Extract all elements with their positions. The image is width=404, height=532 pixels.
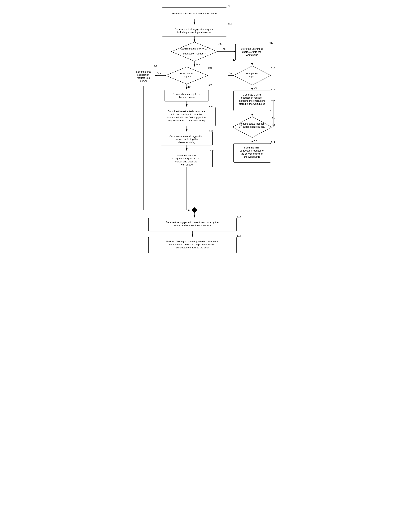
node-505-step: 505 xyxy=(154,64,157,67)
label-yes-504: Yes xyxy=(157,72,161,75)
node-503 xyxy=(171,42,217,61)
node-513-step: 513 xyxy=(272,116,275,119)
node-501-step: 501 xyxy=(228,5,232,8)
node-506-step-label: 506 xyxy=(209,84,212,87)
node-514-step: 514 xyxy=(271,141,275,144)
node-502-step: 502 xyxy=(228,22,232,25)
label-no-511: No xyxy=(229,72,232,75)
label-yes-503: Yes xyxy=(196,63,200,66)
node-513-label: Acquire status lock for 3rd suggestion r… xyxy=(239,122,265,128)
label-no-503: No xyxy=(223,48,226,51)
label-no-504: No xyxy=(188,86,191,89)
label-yes-513: Yes xyxy=(254,139,257,142)
node-511-step: 511 xyxy=(271,66,275,69)
node-503-label: Acquire status lock for 1 st xyxy=(180,47,209,50)
node-502-label: Generate a first suggestion request incl… xyxy=(175,28,214,34)
node-516-step: 516 xyxy=(237,234,241,237)
node-501-label: Generate a status lock and a wait queue xyxy=(172,12,217,15)
label-no-513: No xyxy=(272,124,275,126)
node-503-label2: suggestion request? xyxy=(183,52,205,55)
node-512-step: 512 xyxy=(271,88,275,91)
node-503-step: 503 xyxy=(218,43,222,45)
label-yes-511: Yes xyxy=(254,87,257,89)
merge-point xyxy=(191,207,197,213)
node-504-step: 504 xyxy=(208,67,212,69)
node-510-step: 510 xyxy=(269,41,273,44)
node-507-label: Combine the extracted characters with th… xyxy=(167,110,206,122)
flowchart-container: Generate a status lock and a wait queue … xyxy=(129,4,275,267)
node-515-step: 515 xyxy=(237,215,241,218)
